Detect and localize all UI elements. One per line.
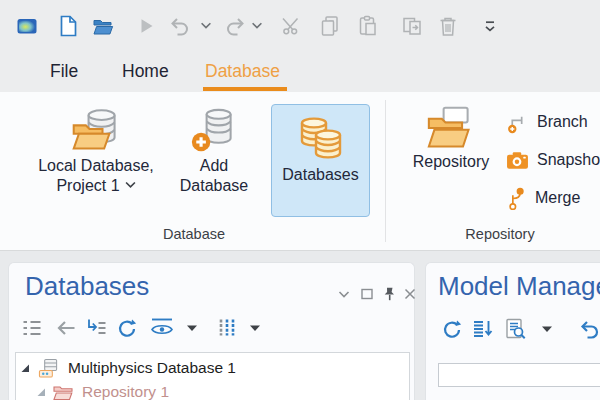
tree-row-label: Repository 1: [82, 383, 169, 400]
merge-button[interactable]: Merge: [506, 186, 580, 210]
panel-collapse-icon[interactable]: [336, 286, 352, 302]
merge-icon: [506, 187, 527, 210]
snapshot-icon: [506, 150, 529, 171]
add-database-label-line1: Add: [200, 156, 228, 176]
databases-panel: Databases: [8, 262, 415, 400]
ribbon: Local Database, Project 1 Add Database: [0, 92, 600, 251]
tab-database[interactable]: Database: [205, 50, 280, 92]
collapse-all-icon[interactable]: [84, 316, 110, 340]
panel-pin-icon[interactable]: [381, 286, 397, 302]
expand-caret-icon[interactable]: [20, 363, 30, 373]
repository-label: Repository: [413, 152, 489, 172]
columns-dropdown-icon[interactable]: [250, 324, 260, 332]
branch-icon: [506, 111, 529, 134]
back-icon[interactable]: [54, 316, 80, 340]
snapshot-button[interactable]: Snapshot: [506, 148, 600, 172]
ribbon-group-separator: [385, 100, 386, 242]
duplicate-button[interactable]: [400, 14, 424, 38]
open-folder-button[interactable]: [91, 14, 115, 38]
toolbar-options-button[interactable]: [478, 14, 502, 38]
model-manager-panel-title: Model Manager: [438, 271, 600, 302]
add-database-label-line2: Database: [180, 176, 249, 196]
tab-file[interactable]: File: [50, 50, 78, 92]
databases-button[interactable]: Databases: [271, 104, 370, 217]
add-database-button[interactable]: Add Database: [177, 98, 251, 218]
app-logo-icon: [15, 14, 39, 38]
databases-panel-title: Databases: [25, 271, 149, 302]
local-database-button[interactable]: Local Database, Project 1: [16, 98, 176, 218]
tree-row-label: Multiphysics Database 1: [68, 359, 236, 377]
tree-row-repository[interactable]: Repository 1: [36, 380, 169, 400]
repository-group-label: Repository: [402, 226, 598, 242]
copy-button[interactable]: [318, 14, 342, 38]
model-manager-search-input[interactable]: [438, 363, 600, 387]
database-group-label: Database: [18, 226, 370, 242]
redo-button[interactable]: [223, 14, 247, 38]
refresh-icon[interactable]: [115, 316, 141, 340]
refresh-icon[interactable]: [440, 317, 466, 341]
panel-float-icon[interactable]: [359, 286, 375, 302]
cut-button[interactable]: [280, 14, 304, 38]
columns-icon[interactable]: [216, 316, 242, 340]
sort-icon[interactable]: [471, 317, 497, 341]
visibility-dropdown-icon[interactable]: [187, 324, 197, 332]
new-file-button[interactable]: [56, 14, 80, 38]
databases-tree: Multiphysics Database 1 Repository 1: [15, 352, 410, 400]
redo-dropdown-icon[interactable]: [251, 21, 263, 31]
database-server-icon: [38, 358, 59, 379]
visibility-icon[interactable]: [149, 316, 175, 340]
local-database-label-line2: Project 1: [56, 176, 135, 196]
add-database-icon: [190, 104, 238, 156]
quick-access-toolbar: [0, 0, 600, 50]
databases-icon: [293, 113, 349, 165]
snapshot-label: Snapshot: [537, 151, 600, 169]
repository-button[interactable]: Repository: [404, 98, 498, 218]
active-tab-underline: [203, 87, 287, 91]
expand-caret-icon[interactable]: [36, 387, 46, 397]
paste-button[interactable]: [356, 14, 380, 38]
preview-icon[interactable]: [504, 317, 530, 341]
tab-home[interactable]: Home: [122, 50, 169, 92]
local-database-label-line1: Local Database,: [38, 156, 154, 176]
repository-icon: [425, 104, 477, 152]
model-manager-panel: Model Manager: [425, 262, 600, 400]
preview-dropdown-icon[interactable]: [542, 325, 552, 333]
undo-button[interactable]: [168, 14, 192, 38]
branch-button[interactable]: Branch: [506, 110, 588, 134]
undo-icon[interactable]: [578, 317, 600, 341]
panel-close-icon[interactable]: [402, 286, 418, 302]
databases-label: Databases: [282, 165, 359, 185]
repository-folder-icon: [53, 383, 73, 400]
ribbon-tab-bar: File Home Database: [0, 50, 600, 92]
tree-row-multiphysics-database[interactable]: Multiphysics Database 1: [20, 356, 236, 380]
delete-button[interactable]: [436, 14, 460, 38]
merge-label: Merge: [535, 189, 580, 207]
dropdown-chevron-icon: [125, 181, 136, 189]
local-database-icon: [70, 104, 122, 156]
branch-label: Branch: [537, 113, 588, 131]
show-list-icon[interactable]: [20, 316, 46, 340]
undo-dropdown-icon[interactable]: [200, 21, 212, 31]
run-button[interactable]: [134, 14, 158, 38]
